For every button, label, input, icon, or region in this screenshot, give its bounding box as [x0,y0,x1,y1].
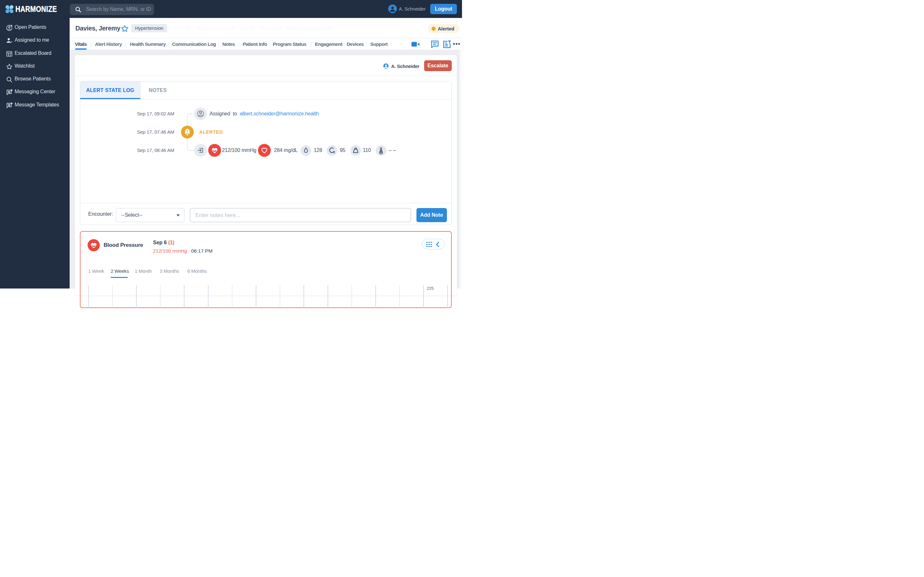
svg-text:2: 2 [333,150,335,153]
